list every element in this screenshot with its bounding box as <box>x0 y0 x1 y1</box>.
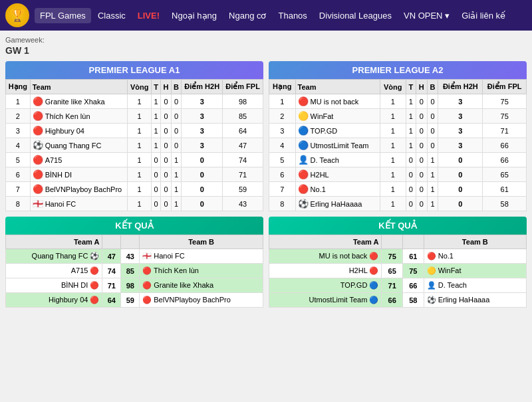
t-cell: 1 <box>406 109 416 124</box>
t-cell: 0 <box>406 182 416 197</box>
fpl-cell: 71 <box>223 167 263 182</box>
h2h-cell: 3 <box>438 124 483 138</box>
res-score-b: 61 <box>403 249 424 264</box>
b-cell: 0 <box>427 124 438 138</box>
h-cell: 0 <box>161 109 171 124</box>
fpl-cell: 71 <box>483 124 527 138</box>
h-cell: 0 <box>416 167 427 182</box>
t-cell: 0 <box>152 182 161 197</box>
h-cell: 0 <box>161 197 171 211</box>
col-b-a2: B <box>427 80 438 94</box>
b-cell: 1 <box>171 153 181 167</box>
b-cell: 1 <box>171 167 181 182</box>
team-name-cell: 👤D. Teach <box>295 153 380 167</box>
team-name-cell: 🏴󠁧󠁢󠁥󠁮󠁧󠁿Hanoi FC <box>30 197 128 211</box>
col-b: B <box>171 80 181 94</box>
res-team-a: Highbury 04 🔴 <box>6 293 102 308</box>
res-score-b: 43 <box>121 249 140 264</box>
fpl-cell: 66 <box>483 138 527 153</box>
b-cell: 0 <box>427 109 438 124</box>
h-cell: 0 <box>161 153 171 167</box>
res-score-a: 71 <box>382 278 403 293</box>
table-row: 6 🔴H2HL 1 0 0 1 0 65 <box>269 167 527 182</box>
t-cell: 0 <box>406 153 416 167</box>
table-row: 1 🔴Granite like Xhaka 1 1 0 0 3 98 <box>6 94 263 109</box>
result-row: BÌNH DI 🔴 71 98 🔴 Granite like Xhaka <box>6 278 263 293</box>
rank-cell: 8 <box>6 197 31 211</box>
res-team-b: 🟡 WinFat <box>424 264 526 278</box>
rank-cell: 4 <box>269 138 296 153</box>
nav-vn-open[interactable]: VN OPEN <box>398 8 455 23</box>
league-a1-title: PREMIER LEAGUE A1 <box>5 61 263 79</box>
col-h2h-a2: Điểm H2H <box>438 80 483 94</box>
rank-cell: 2 <box>269 109 296 124</box>
col-vong: Vòng <box>128 80 152 94</box>
result-row: A715 🔴 74 85 🔴 Thích Ken lùn <box>6 264 263 278</box>
nav-ngang-co[interactable]: Ngang cơ <box>223 8 271 23</box>
res-col-team-a2: Team A <box>269 235 382 249</box>
nav-thanos[interactable]: Thanos <box>273 8 312 23</box>
col-h2h: Điểm H2H <box>182 80 223 94</box>
res-score-a: 71 <box>102 278 121 293</box>
h-cell: 0 <box>416 124 427 138</box>
team-name-cell: 🔴BÌNH DI <box>30 167 128 182</box>
result-row: Quang Thang FC ⚽ 47 43 🏴󠁧󠁢󠁥󠁮󠁧󠁿 Hanoi FC <box>6 249 263 264</box>
h2h-cell: 3 <box>182 124 223 138</box>
res-score-b: 58 <box>403 293 424 308</box>
h2h-cell: 0 <box>182 182 223 197</box>
col-fpl: Điểm FPL <box>223 80 263 94</box>
b-cell: 0 <box>427 94 438 109</box>
b-cell: 0 <box>171 94 181 109</box>
rank-cell: 8 <box>269 197 296 211</box>
t-cell: 1 <box>152 124 161 138</box>
gameweek-title: GW 1 <box>5 45 527 56</box>
nav-divisional[interactable]: Divisional Leagues <box>314 8 397 23</box>
h-cell: 0 <box>161 138 171 153</box>
nav-live[interactable]: LIVE! <box>132 8 165 23</box>
fpl-cell: 65 <box>483 167 527 182</box>
t-cell: 0 <box>152 197 161 211</box>
b-cell: 0 <box>171 138 181 153</box>
nav-giai-lien-ke[interactable]: Giải liên kế <box>456 8 511 23</box>
b-cell: 0 <box>171 124 181 138</box>
fpl-cell: 58 <box>483 197 527 211</box>
b-cell: 1 <box>171 182 181 197</box>
h2h-cell: 3 <box>182 138 223 153</box>
rank-cell: 4 <box>6 138 31 153</box>
h2h-cell: 0 <box>438 197 483 211</box>
res-score-b: 66 <box>403 278 424 293</box>
table-row: 5 🔴A715 1 0 0 1 0 74 <box>6 153 263 167</box>
h2h-cell: 3 <box>182 109 223 124</box>
b-cell: 1 <box>427 197 438 211</box>
nav-fpl-games[interactable]: FPL Games <box>35 8 91 23</box>
res-score-a: 75 <box>382 249 403 264</box>
h-cell: 0 <box>416 197 427 211</box>
b-cell: 0 <box>171 109 181 124</box>
vong-cell: 1 <box>380 138 406 153</box>
fpl-cell: 47 <box>223 138 263 153</box>
fpl-cell: 75 <box>483 94 527 109</box>
h-cell: 0 <box>161 182 171 197</box>
col-h-a2: H <box>416 80 427 94</box>
t-cell: 0 <box>152 167 161 182</box>
rank-cell: 1 <box>6 94 31 109</box>
col-h: H <box>161 80 171 94</box>
vong-cell: 1 <box>380 94 406 109</box>
col-team-a2: Team <box>295 80 380 94</box>
league-a1-column: PREMIER LEAGUE A1 Hạng Team Vòng T H B Đ… <box>5 61 263 313</box>
rank-cell: 2 <box>6 109 31 124</box>
b-cell: 1 <box>427 182 438 197</box>
league-a2-title: PREMIER LEAGUE A2 <box>269 61 527 79</box>
team-name-cell: 🔴BelVNPlayboy BachPro <box>30 182 128 197</box>
nav-classic[interactable]: Classic <box>92 8 131 23</box>
league-a1-block: PREMIER LEAGUE A1 Hạng Team Vòng T H B Đ… <box>5 61 263 211</box>
b-cell: 1 <box>427 153 438 167</box>
h-cell: 0 <box>416 94 427 109</box>
fpl-cell: 61 <box>483 182 527 197</box>
rank-cell: 3 <box>269 124 296 138</box>
rank-cell: 5 <box>6 153 31 167</box>
main-content: Gameweek: GW 1 PREMIER LEAGUE A1 Hạng Te… <box>0 31 532 318</box>
vong-cell: 1 <box>128 182 152 197</box>
nav-ngoai-hang[interactable]: Ngoại hạng <box>166 8 222 23</box>
t-cell: 1 <box>152 138 161 153</box>
